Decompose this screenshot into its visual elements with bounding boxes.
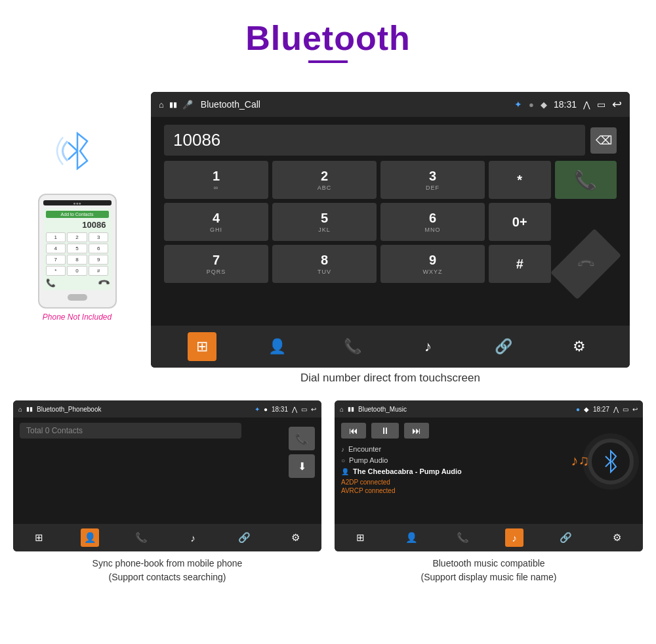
bluetooth-icon: [51, 128, 104, 174]
bt-status-icon: ✦: [514, 99, 522, 110]
back-icon[interactable]: ↩: [612, 97, 622, 112]
avrcp-status: AVRCP connected: [341, 487, 636, 494]
music-note-decoration: ♪♫: [571, 452, 590, 469]
nav-phone[interactable]: 📞: [338, 332, 367, 361]
prev-track-button[interactable]: ⏮: [341, 423, 366, 439]
ms-bt: ●: [576, 406, 580, 413]
backspace-button[interactable]: ⌫: [590, 127, 617, 154]
phone-call-icon: 📞: [46, 278, 56, 288]
track-1-name: Encounter: [348, 445, 381, 453]
screen-title: Bluetooth_Call: [201, 99, 260, 110]
nav-contacts[interactable]: 👤: [263, 332, 292, 361]
svg-line-5: [605, 462, 611, 467]
key-5[interactable]: 5JKL: [272, 203, 377, 241]
ms-nav-contacts[interactable]: 👤: [402, 528, 420, 547]
dial-input-row: 10086 ⌫: [151, 117, 630, 161]
phonebook-content: Total 0 Contacts: [13, 418, 321, 449]
pb-window[interactable]: ▭: [301, 406, 307, 413]
nav-settings[interactable]: ⚙: [565, 332, 594, 361]
phonebook-screen: ⌂ ▮▮ Bluetooth_Phonebook ✦ ● 18:31 ⋀ ▭ ↩…: [13, 400, 321, 551]
pb-nav-contacts[interactable]: 👤: [81, 528, 99, 547]
pb-signal: ▮▮: [26, 406, 33, 412]
nav-music[interactable]: ♪: [414, 332, 443, 361]
pb-dot: ●: [264, 406, 268, 413]
key-7[interactable]: 7PQRS: [164, 245, 268, 283]
ms-expand[interactable]: ⋀: [613, 406, 619, 413]
key-8[interactable]: 8TUV: [272, 245, 377, 283]
pb-nav-link[interactable]: 🔗: [235, 528, 253, 547]
page-title-area: Bluetooth: [0, 0, 656, 63]
pb-download-button[interactable]: ⬇: [289, 454, 315, 478]
phonebook-action-buttons: 📞 ⬇: [289, 427, 315, 478]
ms-nav-settings[interactable]: ⚙: [608, 528, 626, 547]
ms-nav-link[interactable]: 🔗: [556, 528, 575, 547]
svg-marker-3: [611, 451, 616, 472]
phone-screen-contact: Add to Contacts: [46, 211, 109, 218]
pb-back[interactable]: ↩: [311, 406, 316, 413]
key-3[interactable]: 3DEF: [380, 161, 485, 199]
track-2-name: Pump Audio: [349, 456, 388, 464]
track-3-name: The Cheebacabra - Pump Audio: [353, 467, 462, 475]
end-call-button[interactable]: 📞: [550, 228, 621, 299]
key-1[interactable]: 1∞: [164, 161, 268, 199]
svg-line-2: [68, 151, 77, 160]
pb-call-button[interactable]: 📞: [289, 427, 315, 450]
ms-nav-music[interactable]: ♪: [505, 528, 523, 547]
phonebook-status-bar: ⌂ ▮▮ Bluetooth_Phonebook ✦ ● 18:31 ⋀ ▭ ↩: [13, 400, 321, 418]
key-star[interactable]: *: [489, 161, 551, 199]
key-6[interactable]: 6MNO: [380, 203, 485, 241]
track-1-icon: ♪: [341, 446, 344, 453]
a2dp-status: A2DP connected: [341, 479, 636, 486]
music-controls: ⏮ ⏸ ⏭: [341, 423, 636, 439]
pb-nav-music[interactable]: ♪: [184, 528, 202, 547]
home-icon[interactable]: ⌂: [159, 100, 164, 110]
key-4[interactable]: 4GHI: [164, 203, 268, 241]
main-screen: ⌂ ▮▮ 🎤 Bluetooth_Call ✦ ● ◆ 18:31 ⋀ ▭ ↩ …: [151, 92, 630, 368]
caption-phonebook: Sync phone-book from mobile phone(Suppor…: [13, 557, 321, 584]
window-icon[interactable]: ▭: [597, 99, 605, 110]
bluetooth-vinyl: [588, 439, 634, 484]
pb-nav-settings[interactable]: ⚙: [287, 528, 305, 547]
music-content: ⏮ ⏸ ⏭ ♪ Encounter ○ Pump Audio 👤 The Che…: [335, 418, 643, 500]
ms-back[interactable]: ↩: [632, 406, 638, 413]
pb-nav-dialpad[interactable]: ⊞: [30, 528, 48, 547]
phone-not-included-label: Phone Not Included: [13, 312, 141, 322]
ms-window[interactable]: ▭: [623, 406, 628, 413]
phone-end-icon: 📞: [97, 276, 111, 290]
nav-link[interactable]: 🔗: [489, 332, 518, 361]
play-pause-button[interactable]: ⏸: [371, 423, 399, 439]
phone-number: 10086: [46, 220, 109, 230]
call-button[interactable]: 📞: [555, 161, 617, 199]
wifi-status-icon: ●: [529, 100, 534, 110]
pb-bt: ✦: [255, 406, 260, 413]
clock: 18:31: [554, 99, 577, 110]
key-hash[interactable]: #: [489, 245, 551, 283]
key-0[interactable]: 0+: [489, 203, 551, 241]
caption-music: Bluetooth music compatible(Support displ…: [335, 557, 643, 584]
track-3-icon: 👤: [341, 468, 349, 475]
nav-dialpad[interactable]: ⊞: [188, 332, 216, 361]
svg-line-4: [605, 456, 611, 462]
ms-nav-phone[interactable]: 📞: [454, 528, 472, 547]
page-title: Bluetooth: [0, 18, 656, 58]
dial-input[interactable]: 10086: [164, 125, 585, 156]
pb-home-icon[interactable]: ⌂: [18, 406, 22, 413]
pb-nav-phone[interactable]: 📞: [133, 528, 151, 547]
track-2-icon: ○: [341, 457, 345, 464]
main-status-bar: ⌂ ▮▮ 🎤 Bluetooth_Call ✦ ● ◆ 18:31 ⋀ ▭ ↩: [151, 92, 630, 117]
contact-search-bar[interactable]: Total 0 Contacts: [20, 423, 241, 439]
main-caption: Dial number direct from touchscreen: [151, 372, 630, 385]
pb-expand[interactable]: ⋀: [292, 406, 297, 413]
ms-title: Bluetooth_Music: [358, 406, 572, 413]
title-underline: [308, 60, 348, 63]
phone-home-button: [68, 294, 87, 301]
caption-music-text: Bluetooth music compatible(Support displ…: [421, 558, 557, 582]
ms-home-icon[interactable]: ⌂: [340, 406, 344, 413]
key-9[interactable]: 9WXYZ: [380, 245, 485, 283]
next-track-button[interactable]: ⏭: [404, 423, 429, 439]
mini-keypad: 123 456 789 *0#: [46, 232, 109, 276]
key-2[interactable]: 2ABC: [272, 161, 377, 199]
ms-nav-dialpad[interactable]: ⊞: [351, 528, 369, 547]
expand-icon[interactable]: ⋀: [583, 100, 590, 110]
phonebook-bottom-nav: ⊞ 👤 📞 ♪ 🔗 ⚙: [13, 524, 321, 551]
